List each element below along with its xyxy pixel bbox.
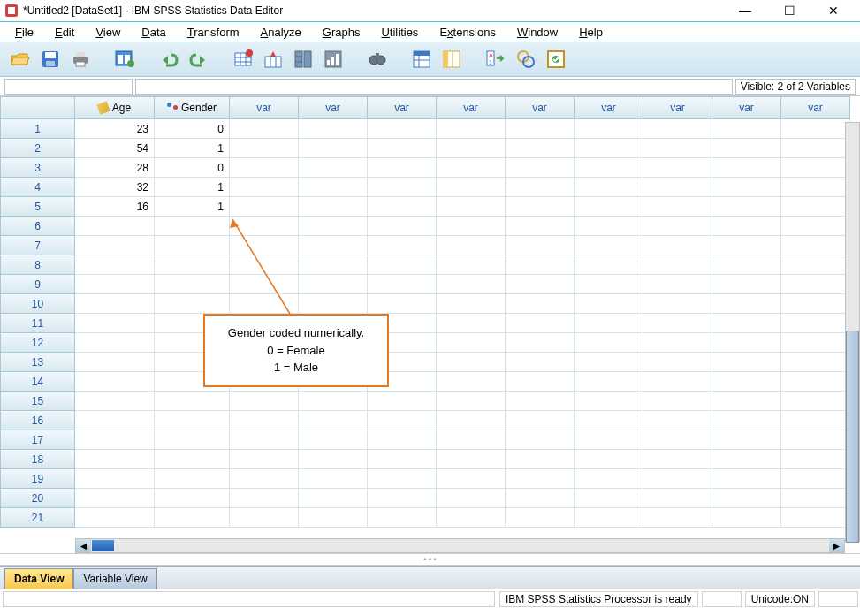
cell-empty[interactable] — [575, 489, 643, 508]
cell-empty[interactable] — [712, 333, 781, 353]
cell-empty[interactable] — [712, 430, 781, 450]
cell-empty[interactable] — [781, 217, 850, 236]
find-button[interactable] — [364, 46, 391, 72]
cell-empty[interactable] — [643, 353, 712, 372]
tab-variable-view[interactable]: Variable View — [73, 568, 156, 589]
column-header-var[interactable]: var — [368, 96, 437, 119]
cell-empty[interactable] — [712, 236, 781, 255]
cell-empty[interactable] — [575, 353, 643, 372]
cell-empty[interactable] — [506, 392, 575, 411]
row-header[interactable]: 2 — [0, 139, 75, 158]
cell-empty[interactable] — [299, 139, 368, 158]
cell-empty[interactable] — [712, 392, 781, 411]
cell-empty[interactable] — [230, 119, 299, 139]
cell-empty[interactable] — [368, 178, 437, 197]
cell-empty[interactable] — [712, 353, 781, 372]
cell-empty[interactable] — [575, 294, 643, 314]
cell-empty[interactable] — [437, 411, 506, 430]
cell-empty[interactable] — [506, 236, 575, 255]
cell-empty[interactable] — [299, 392, 368, 411]
cell-empty[interactable] — [575, 158, 643, 178]
cell-empty[interactable] — [230, 236, 299, 255]
row-header[interactable]: 7 — [0, 236, 75, 255]
menu-view[interactable]: View — [85, 24, 131, 41]
cell-gender[interactable] — [155, 275, 230, 294]
cell-empty[interactable] — [643, 411, 712, 430]
cell-empty[interactable] — [575, 139, 643, 158]
cell-empty[interactable] — [781, 139, 850, 158]
cell-age[interactable] — [75, 333, 155, 353]
cell-empty[interactable] — [368, 469, 437, 489]
cell-empty[interactable] — [230, 469, 299, 489]
cell-empty[interactable] — [368, 139, 437, 158]
goto-variable-button[interactable] — [260, 46, 286, 72]
cell-empty[interactable] — [230, 508, 299, 528]
cell-empty[interactable] — [506, 197, 575, 217]
cell-empty[interactable] — [230, 411, 299, 430]
cell-gender[interactable] — [155, 411, 230, 430]
cell-empty[interactable] — [575, 411, 643, 430]
weight-cases-button[interactable] — [513, 46, 539, 72]
cell-empty[interactable] — [506, 450, 575, 469]
cell-empty[interactable] — [368, 158, 437, 178]
menu-utilities[interactable]: Utilities — [370, 24, 429, 41]
corner-cell[interactable] — [0, 96, 75, 119]
cell-empty[interactable] — [712, 275, 781, 294]
cell-empty[interactable] — [437, 236, 506, 255]
menu-analyze[interactable]: Analyze — [250, 24, 312, 41]
cell-empty[interactable] — [299, 489, 368, 508]
cell-gender[interactable] — [155, 294, 230, 314]
cell-empty[interactable] — [781, 411, 850, 430]
select-cases-button[interactable] — [543, 46, 569, 72]
cell-empty[interactable] — [437, 392, 506, 411]
minimize-button[interactable]: — — [732, 4, 758, 18]
cell-gender[interactable] — [155, 489, 230, 508]
cell-age[interactable] — [75, 508, 155, 528]
cell-empty[interactable] — [299, 255, 368, 275]
cell-empty[interactable] — [506, 469, 575, 489]
goto-case-button[interactable] — [230, 46, 256, 72]
column-header-var[interactable]: var — [575, 96, 643, 119]
row-header[interactable]: 19 — [0, 469, 75, 489]
cell-empty[interactable] — [781, 489, 850, 508]
cell-empty[interactable] — [712, 372, 781, 392]
menu-data[interactable]: Data — [131, 24, 176, 41]
row-header[interactable]: 12 — [0, 333, 75, 353]
row-header[interactable]: 20 — [0, 489, 75, 508]
column-header-var[interactable]: var — [712, 96, 781, 119]
resize-grip[interactable]: • • • — [0, 553, 860, 566]
cell-empty[interactable] — [437, 353, 506, 372]
cell-age[interactable] — [75, 314, 155, 333]
cell-empty[interactable] — [575, 314, 643, 333]
row-header[interactable]: 6 — [0, 217, 75, 236]
cell-empty[interactable] — [230, 450, 299, 469]
hscroll-thumb[interactable] — [92, 540, 114, 551]
cell-empty[interactable] — [299, 430, 368, 450]
cell-gender[interactable] — [155, 392, 230, 411]
recall-dialog-button[interactable] — [111, 46, 138, 72]
cell-empty[interactable] — [437, 489, 506, 508]
cell-empty[interactable] — [575, 450, 643, 469]
cell-empty[interactable] — [643, 333, 712, 353]
redo-button[interactable] — [186, 46, 212, 72]
menu-help[interactable]: Help — [568, 24, 613, 41]
cell-empty[interactable] — [368, 430, 437, 450]
vscroll-thumb[interactable] — [846, 331, 859, 543]
save-button[interactable] — [37, 46, 64, 72]
cell-age[interactable] — [75, 450, 155, 469]
cell-empty[interactable] — [575, 333, 643, 353]
cell-empty[interactable] — [368, 450, 437, 469]
cell-empty[interactable] — [643, 489, 712, 508]
cell-empty[interactable] — [299, 469, 368, 489]
scroll-right-button[interactable]: ► — [829, 539, 844, 552]
cell-empty[interactable] — [781, 372, 850, 392]
cell-empty[interactable] — [781, 430, 850, 450]
menu-graphs[interactable]: Graphs — [312, 24, 371, 41]
name-box[interactable] — [4, 79, 133, 95]
cell-empty[interactable] — [712, 217, 781, 236]
cell-empty[interactable] — [712, 314, 781, 333]
close-button[interactable]: ✕ — [820, 4, 847, 18]
row-header[interactable]: 13 — [0, 353, 75, 372]
cell-empty[interactable] — [643, 119, 712, 139]
cell-empty[interactable] — [299, 508, 368, 528]
